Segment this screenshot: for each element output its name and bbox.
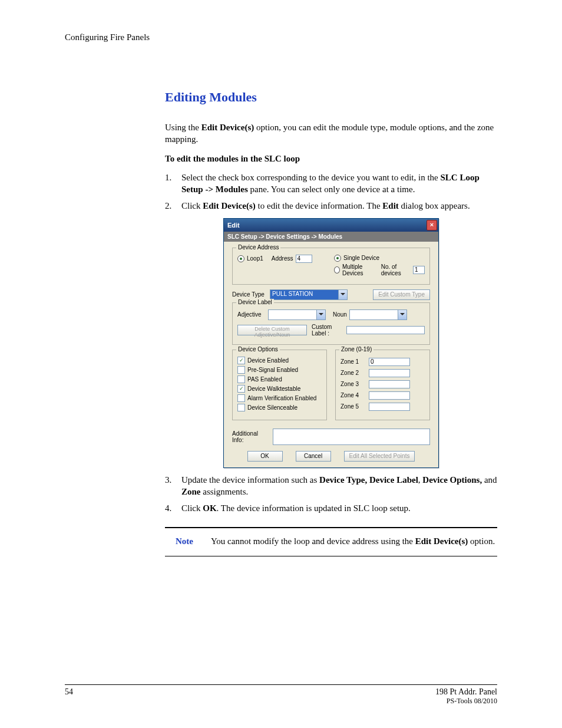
device-label-group: Device Label Adjective Noun xyxy=(232,302,430,345)
text: You cannot modify the loop and device ad… xyxy=(211,536,415,546)
page-footer: 54 198 Pt Addr. Panel PS-Tools 08/2010 xyxy=(65,684,497,706)
zone-group: Zone (0-19) Zone 1 Zone 2 Zone 3 Zone 4 … xyxy=(335,350,430,420)
zone4-label: Zone 4 xyxy=(340,392,364,398)
device-enabled-checkbox[interactable] xyxy=(237,357,245,364)
note-block: Note You cannot modify the loop and devi… xyxy=(165,534,497,549)
custom-label-label: Custom Label : xyxy=(312,324,344,337)
edit-custom-type-button[interactable]: Edit Custom Type xyxy=(373,289,430,300)
list-item: 3. Update the device information such as… xyxy=(165,474,497,498)
chevron-down-icon[interactable] xyxy=(338,290,347,299)
list-item: 1. Select the check box corresponding to… xyxy=(165,172,497,196)
text-bold: Device Type, Device Label xyxy=(319,475,418,485)
text: dialog box appears. xyxy=(399,201,470,210)
loop1-radio[interactable] xyxy=(237,255,244,262)
text: assignments. xyxy=(201,487,249,496)
zone2-input[interactable] xyxy=(369,369,410,377)
device-address-group: Device Address Loop1 Address xyxy=(232,248,430,285)
zone1-label: Zone 1 xyxy=(340,358,364,365)
noun-value xyxy=(350,310,398,319)
dialog-breadcrumb: SLC Setup -> Device Settings -> Modules xyxy=(224,232,438,242)
text-bold: Device Options, xyxy=(422,475,482,485)
no-devices-label: No. of devices xyxy=(381,263,411,276)
device-type-select[interactable]: PULL STATION xyxy=(270,289,348,300)
multiple-devices-radio[interactable] xyxy=(334,266,340,274)
text-bold: OK xyxy=(203,503,216,513)
adjective-select[interactable] xyxy=(268,309,326,320)
loop1-label: Loop1 xyxy=(247,255,263,262)
presignal-enabled-checkbox[interactable] xyxy=(237,366,245,374)
no-devices-input[interactable] xyxy=(413,266,425,274)
page-number: 54 xyxy=(65,687,73,706)
zone4-input[interactable] xyxy=(369,391,410,400)
ok-button[interactable]: OK xyxy=(247,451,283,462)
close-icon[interactable]: × xyxy=(427,220,437,230)
text: pane. You can select only one device at … xyxy=(248,185,415,194)
footer-date: PS-Tools 08/2010 xyxy=(435,697,497,706)
multiple-devices-label: Multiple Devices xyxy=(342,263,376,276)
step-number: 2. xyxy=(165,200,181,212)
chevron-down-icon[interactable] xyxy=(316,310,325,319)
chevron-down-icon[interactable] xyxy=(398,310,406,319)
dialog-title: Edit xyxy=(227,222,240,229)
address-input[interactable] xyxy=(296,255,312,263)
text-bold: Edit Device(s) xyxy=(415,536,468,546)
device-type-value: PULL STATION xyxy=(270,290,338,299)
text-bold: Zone xyxy=(181,487,201,496)
noun-select[interactable] xyxy=(349,309,407,320)
option-label: PAS Enabled xyxy=(247,376,282,383)
option-label: Alarm Verification Enabled xyxy=(247,395,316,401)
additional-info-input[interactable] xyxy=(273,429,430,445)
walktestable-checkbox[interactable] xyxy=(237,385,245,393)
option-label: Device Enabled xyxy=(247,357,289,364)
text-bold: Edit xyxy=(382,201,399,210)
device-type-label: Device Type xyxy=(232,291,267,298)
group-legend: Device Options xyxy=(236,346,280,353)
delete-custom-adj-noun-button[interactable]: Delete Custom Adjective/Noun xyxy=(237,325,307,335)
list-item: 4. Click OK. The device information is u… xyxy=(165,502,497,514)
text: Click xyxy=(181,503,203,513)
text: option. xyxy=(468,536,495,546)
step-number: 1. xyxy=(165,172,181,196)
zone3-input[interactable] xyxy=(369,380,410,388)
edit-all-selected-button[interactable]: Edit All Selected Points xyxy=(344,451,415,462)
zone5-input[interactable] xyxy=(369,403,410,411)
intro-paragraph: Using the Edit Device(s) option, you can… xyxy=(165,121,497,146)
pas-enabled-checkbox[interactable] xyxy=(237,375,245,383)
additional-info-label: Additional Info: xyxy=(232,430,270,443)
silenceable-checkbox[interactable] xyxy=(237,404,245,411)
dialog-titlebar[interactable]: Edit × xyxy=(224,219,438,232)
zone3-label: Zone 3 xyxy=(340,381,364,387)
note-rule-bottom xyxy=(165,556,497,556)
single-device-radio[interactable] xyxy=(334,255,341,262)
address-label: Address xyxy=(272,255,293,262)
procedure-title: To edit the modules in the SLC loop xyxy=(165,153,497,164)
text: Using the xyxy=(165,123,201,132)
option-label: Pre-Signal Enabled xyxy=(247,367,298,373)
text: Select the check box corresponding to th… xyxy=(181,173,440,182)
group-legend: Zone (0-19) xyxy=(339,346,373,353)
adjective-label: Adjective xyxy=(237,311,266,318)
edit-dialog: Edit × SLC Setup -> Device Settings -> M… xyxy=(223,218,439,468)
text-bold: Edit Device(s) xyxy=(203,201,256,210)
cancel-button[interactable]: Cancel xyxy=(296,451,331,462)
text: Click xyxy=(181,201,203,210)
custom-label-input[interactable] xyxy=(346,326,425,334)
text: . The device information is updated in S… xyxy=(217,503,411,513)
step-number: 4. xyxy=(165,502,181,514)
footer-product: 198 Pt Addr. Panel xyxy=(435,687,497,697)
option-label: Device Walktestable xyxy=(247,386,300,392)
device-options-group: Device Options Device Enabled Pre-Signal… xyxy=(232,350,327,420)
group-legend: Device Address xyxy=(236,244,280,251)
list-item: 2. Click Edit Device(s) to edit the devi… xyxy=(165,200,497,212)
option-label: Device Silenceable xyxy=(247,404,297,411)
text: to edit the device information. The xyxy=(256,201,383,210)
running-header: Configuring Fire Panels xyxy=(65,32,497,42)
step-number: 3. xyxy=(165,474,181,498)
zone1-input[interactable] xyxy=(369,358,410,366)
step-list: 1. Select the check box corresponding to… xyxy=(165,172,497,212)
zone2-label: Zone 2 xyxy=(340,370,364,376)
single-device-label: Single Device xyxy=(343,255,379,261)
group-legend: Device Label xyxy=(236,299,274,305)
text: Update the device information such as xyxy=(181,475,319,485)
alarm-verification-checkbox[interactable] xyxy=(237,394,245,402)
